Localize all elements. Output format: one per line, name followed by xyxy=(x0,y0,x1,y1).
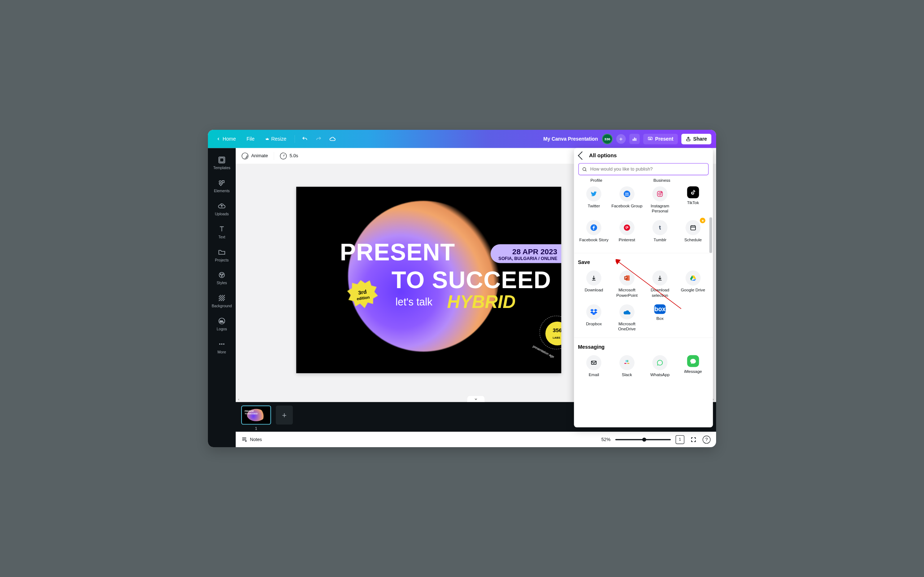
page-thumbnail-1[interactable]: PRESENTTO SUCCEED 1 xyxy=(241,406,271,431)
svg-point-17 xyxy=(221,343,223,345)
zoom-slider[interactable] xyxy=(615,439,671,440)
share-option-pinterest[interactable]: Pinterest xyxy=(611,219,643,248)
svg-rect-8 xyxy=(222,181,224,183)
facebook-group-icon xyxy=(619,187,635,201)
tumblr-icon xyxy=(653,220,668,235)
svg-point-27 xyxy=(624,225,630,231)
animate-button[interactable]: Animate xyxy=(242,153,268,160)
sidebar-item-text[interactable]: Text xyxy=(208,221,236,244)
slide-hybrid-text: HYBRID xyxy=(447,292,516,312)
notes-button[interactable]: Notes xyxy=(241,437,262,443)
svg-text:P: P xyxy=(625,277,627,280)
slide-heading-2: TO SUCCEED xyxy=(392,266,551,293)
sidebar-item-uploads[interactable]: Uploads xyxy=(208,198,236,221)
sidebar-item-more[interactable]: More xyxy=(208,336,236,359)
save-option-download-selection[interactable]: Download selection xyxy=(644,269,676,299)
svg-point-16 xyxy=(219,343,221,345)
add-page-button[interactable]: + xyxy=(276,406,293,425)
slide[interactable]: PRESENT TO SUCCEED let's talk HYBRID 28 … xyxy=(296,187,561,373)
fullscreen-icon xyxy=(690,437,696,443)
share-option-tumblr[interactable]: Tumblr xyxy=(644,219,676,248)
page-count-button[interactable]: 1 xyxy=(676,435,684,444)
publish-search-input[interactable] xyxy=(590,166,705,172)
save-option-powerpoint[interactable]: PMicrosoft PowerPoint xyxy=(611,269,643,299)
slide-heading-1: PRESENT xyxy=(340,239,455,266)
date-badge: 28 APR 2023SOFIA, BULGARIA / ONLINE xyxy=(491,244,561,263)
svg-text:co.: co. xyxy=(220,320,224,323)
back-button[interactable] xyxy=(578,152,586,160)
save-option-onedrive[interactable]: Microsoft OneDrive xyxy=(611,303,643,333)
share-option-instagram-personal[interactable]: Instagram Personal xyxy=(644,185,676,215)
panel-vertical-scrollbar[interactable] xyxy=(709,182,712,424)
messaging-option-email[interactable]: Email xyxy=(578,353,610,384)
messaging-section-title: Messaging xyxy=(578,344,709,350)
sidebar-item-styles[interactable]: Styles xyxy=(208,267,236,290)
redo-button[interactable] xyxy=(313,134,324,144)
present-button[interactable]: Present xyxy=(643,134,678,144)
home-button[interactable]: Home xyxy=(213,134,239,144)
duration-button[interactable]: 5.0s xyxy=(280,153,298,160)
publish-search[interactable] xyxy=(578,163,709,175)
present-icon xyxy=(648,136,653,141)
svg-rect-1 xyxy=(634,137,635,141)
header-label-business: Business xyxy=(653,178,670,183)
sidebar-item-templates[interactable]: Templates xyxy=(208,152,236,175)
resize-menu[interactable]: Resize xyxy=(262,134,290,144)
share-option-facebook-group[interactable]: Facebook Group xyxy=(611,185,643,215)
messaging-option-whatsapp[interactable]: WhatsApp xyxy=(644,353,676,384)
help-button[interactable]: ? xyxy=(703,436,711,443)
imessage-icon xyxy=(687,355,699,367)
messaging-option-imessage[interactable]: iMessage xyxy=(677,353,709,384)
svg-point-25 xyxy=(661,192,662,193)
templates-icon xyxy=(218,156,226,164)
sidebar-item-projects[interactable]: Projects xyxy=(208,244,236,267)
crown-icon xyxy=(265,137,269,141)
svg-point-13 xyxy=(221,276,222,277)
text-icon xyxy=(218,225,226,233)
share-option-schedule[interactable]: ★Schedule xyxy=(677,219,709,248)
tiktok-icon xyxy=(687,187,699,198)
save-option-box[interactable]: boxBox xyxy=(644,303,676,333)
sidebar-item-logos[interactable]: co.Logos xyxy=(208,313,236,336)
save-option-dropbox[interactable]: Dropbox xyxy=(578,303,610,333)
cloud-status-icon[interactable] xyxy=(327,134,338,144)
pinterest-icon xyxy=(619,220,635,235)
facebook-story-icon xyxy=(586,220,601,235)
svg-rect-41 xyxy=(627,360,628,362)
svg-point-10 xyxy=(219,272,225,278)
twitter-icon xyxy=(586,187,601,201)
svg-rect-6 xyxy=(220,158,224,162)
box-icon: box xyxy=(654,305,666,314)
slack-icon xyxy=(619,355,635,371)
instagram-icon xyxy=(653,187,668,201)
svg-marker-35 xyxy=(590,309,594,311)
save-option-download[interactable]: Download xyxy=(578,269,610,299)
share-option-twitter[interactable]: Twitter xyxy=(578,185,610,215)
share-option-facebook-story[interactable]: Facebook Story xyxy=(578,219,610,248)
zoom-value: 52% xyxy=(601,437,611,442)
share-option-tiktok[interactable]: TikTok xyxy=(677,185,709,215)
home-label: Home xyxy=(223,136,236,142)
file-menu[interactable]: File xyxy=(243,134,258,144)
save-option-google-drive[interactable]: Google Drive xyxy=(677,269,709,299)
sidebar-item-elements[interactable]: Elements xyxy=(208,174,236,198)
styles-icon xyxy=(218,271,226,279)
messaging-option-slack[interactable]: Slack xyxy=(611,353,643,384)
insights-button[interactable] xyxy=(630,134,640,144)
avatar[interactable]: 336 xyxy=(602,134,613,144)
svg-marker-9 xyxy=(219,184,222,186)
notes-icon xyxy=(241,437,247,443)
background-icon xyxy=(218,294,226,302)
onedrive-icon xyxy=(619,305,635,319)
timer-icon xyxy=(280,153,287,160)
add-collaborator-button[interactable]: + xyxy=(616,134,625,143)
fullscreen-button[interactable] xyxy=(689,435,698,444)
undo-button[interactable] xyxy=(300,134,310,144)
sidebar-item-background[interactable]: Background xyxy=(208,290,236,313)
svg-point-19 xyxy=(583,167,586,170)
share-button[interactable]: Share xyxy=(681,134,711,144)
more-icon xyxy=(218,340,226,348)
share-panel: All options Profile . Business . Twitter… xyxy=(574,148,713,427)
projects-icon xyxy=(218,248,226,256)
document-title-input[interactable] xyxy=(515,136,598,142)
